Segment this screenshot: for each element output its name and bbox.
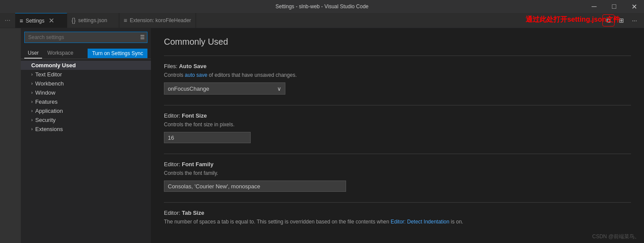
activity-bar bbox=[0, 28, 21, 243]
page-title: Commonly Used bbox=[164, 37, 631, 47]
settings-tab-close[interactable]: ✕ bbox=[47, 16, 56, 25]
tab-bar-right-controls: ⧉ ⊞ ··· bbox=[602, 13, 644, 28]
restore-button[interactable]: □ bbox=[604, 0, 624, 13]
files-auto-save-title: Files: Auto Save bbox=[164, 63, 631, 69]
sync-button[interactable]: Turn on Settings Sync bbox=[88, 49, 147, 58]
search-filter-icon[interactable]: ☰ bbox=[140, 34, 145, 40]
files-auto-save-bold: Auto Save bbox=[179, 63, 207, 69]
content-area: Commonly Used Files: Auto Save Controls … bbox=[151, 28, 644, 243]
application-label: Application bbox=[35, 108, 63, 114]
auto-save-select[interactable]: onFocusChange ∨ bbox=[164, 82, 285, 95]
files-auto-save-prefix: Files: bbox=[164, 63, 179, 69]
font-family-input[interactable] bbox=[164, 181, 346, 192]
workbench-chevron: › bbox=[31, 81, 33, 86]
setting-editor-font-family: Editor: Font Family Controls the font fa… bbox=[164, 154, 631, 192]
tab-user[interactable]: User bbox=[24, 48, 42, 59]
features-label: Features bbox=[35, 99, 57, 105]
nav-item-commonly-used[interactable]: Commonly Used bbox=[21, 61, 151, 70]
tab-bar: ··· ≡ Settings ✕ {} settings.json ≡ Exte… bbox=[0, 13, 644, 28]
files-auto-save-desc: Controls auto save of editors that have … bbox=[164, 71, 631, 79]
settings-json-tab-icon: {} bbox=[72, 17, 75, 24]
open-json-button[interactable]: ⧉ bbox=[602, 14, 615, 26]
setting-files-auto-save: Files: Auto Save Controls auto save of e… bbox=[164, 56, 631, 95]
extension-tab-label: Extension: koroFileHeader bbox=[130, 17, 191, 23]
editor-font-family-prefix: Editor: bbox=[164, 161, 182, 167]
nav-item-text-editor[interactable]: › Text Editor bbox=[21, 70, 151, 79]
application-chevron: › bbox=[31, 108, 33, 113]
split-editor-button[interactable]: ⊞ bbox=[615, 14, 628, 26]
editor-font-size-desc: Controls the font size in pixels. bbox=[164, 121, 631, 128]
font-size-input[interactable] bbox=[164, 132, 251, 143]
tab-workspace[interactable]: Workspace bbox=[44, 48, 77, 59]
features-chevron: › bbox=[31, 99, 33, 104]
nav-item-extensions[interactable]: › Extensions bbox=[21, 125, 151, 134]
settings-json-tab-label: settings.json bbox=[78, 17, 107, 23]
text-editor-label: Text Editor bbox=[35, 71, 62, 78]
setting-editor-font-size: Editor: Font Size Controls the font size… bbox=[164, 105, 631, 143]
settings-tab-label: Settings bbox=[26, 18, 44, 24]
sidebar: ☰ User Workspace Turn on Settings Sync C… bbox=[21, 28, 151, 243]
security-label: Security bbox=[35, 117, 56, 123]
editor-font-family-title: Editor: Font Family bbox=[164, 161, 631, 167]
tab-bar-menu[interactable]: ··· bbox=[0, 13, 15, 28]
nav-item-workbench[interactable]: › Workbench bbox=[21, 79, 151, 88]
nav-item-features[interactable]: › Features bbox=[21, 97, 151, 106]
detect-indentation-link[interactable]: Editor: Detect Indentation bbox=[391, 219, 449, 225]
workbench-label: Workbench bbox=[35, 80, 64, 87]
auto-save-dropdown-icon: ∨ bbox=[277, 85, 281, 92]
title-bar: Settings - slnb-web - Visual Studio Code… bbox=[0, 0, 644, 13]
editor-font-size-prefix: Editor: bbox=[164, 112, 182, 119]
editor-font-size-bold: Font Size bbox=[182, 112, 207, 119]
close-button[interactable]: ✕ bbox=[624, 0, 644, 13]
editor-font-size-title: Editor: Font Size bbox=[164, 112, 631, 119]
window-title: Settings - slnb-web - Visual Studio Code bbox=[275, 3, 369, 10]
window-chevron: › bbox=[31, 90, 33, 95]
extensions-chevron: › bbox=[31, 127, 33, 131]
auto-save-link[interactable]: auto save bbox=[185, 72, 207, 78]
window-controls: ─ □ ✕ bbox=[584, 0, 644, 13]
editor-font-family-bold: Font Family bbox=[182, 161, 213, 167]
text-editor-chevron: › bbox=[31, 72, 33, 77]
auto-save-value: onFocusChange bbox=[168, 85, 209, 92]
editor-tab-size-title: Editor: Tab Size bbox=[164, 210, 631, 216]
nav-tree: Commonly Used › Text Editor › Workbench … bbox=[21, 59, 151, 243]
search-bar: ☰ bbox=[24, 32, 147, 43]
search-input[interactable] bbox=[24, 32, 147, 43]
commonly-used-label: Commonly Used bbox=[31, 62, 76, 69]
main-layout: ☰ User Workspace Turn on Settings Sync C… bbox=[0, 28, 644, 243]
minimize-button[interactable]: ─ bbox=[584, 0, 604, 13]
tab-settings[interactable]: ≡ Settings ✕ bbox=[15, 13, 67, 28]
nav-item-application[interactable]: › Application bbox=[21, 106, 151, 115]
window-label: Window bbox=[35, 89, 55, 96]
editor-font-family-desc: Controls the font family. bbox=[164, 169, 631, 177]
tab-extension[interactable]: ≡ Extension: koroFileHeader bbox=[119, 13, 196, 28]
editor-tab-size-prefix: Editor: bbox=[164, 210, 182, 216]
nav-item-window[interactable]: › Window bbox=[21, 88, 151, 97]
settings-tab-icon: ≡ bbox=[20, 17, 23, 24]
more-actions-button[interactable]: ··· bbox=[628, 14, 641, 26]
editor-tab-size-desc: The number of spaces a tab is equal to. … bbox=[164, 218, 631, 226]
watermark: CSDN @前端菜鸟。 bbox=[592, 233, 640, 240]
extension-tab-icon: ≡ bbox=[124, 17, 127, 24]
security-chevron: › bbox=[31, 118, 33, 122]
extensions-label: Extensions bbox=[35, 126, 63, 132]
settings-scope-tabs: User Workspace Turn on Settings Sync bbox=[21, 46, 151, 59]
tab-settings-json[interactable]: {} settings.json bbox=[67, 13, 119, 28]
setting-editor-tab-size: Editor: Tab Size The number of spaces a … bbox=[164, 202, 631, 226]
nav-item-security[interactable]: › Security bbox=[21, 115, 151, 125]
editor-tab-size-bold: Tab Size bbox=[182, 210, 204, 216]
